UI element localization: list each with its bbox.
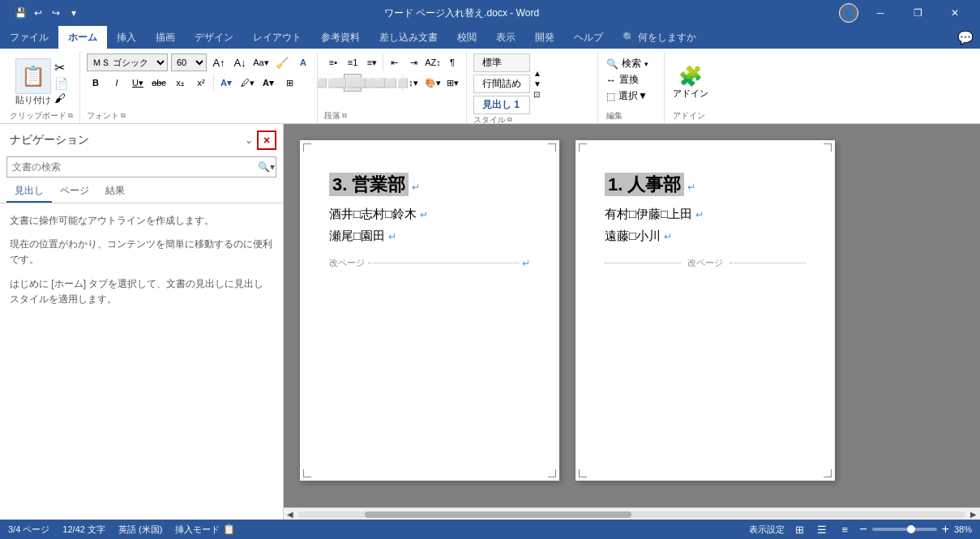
decrease-indent-btn[interactable]: ⇤ [385, 53, 403, 71]
superscript-btn[interactable]: x² [192, 74, 210, 92]
window-title: ワード ページ入れ替え.docx - Word [88, 6, 836, 20]
horizontal-scrollbar[interactable]: ◀ ▶ [284, 507, 980, 520]
tab-design[interactable]: デザイン [185, 26, 243, 49]
zoom-slider[interactable] [872, 528, 937, 531]
tab-help[interactable]: ヘルプ [564, 26, 613, 49]
save-icon[interactable]: 💾 [13, 6, 28, 20]
nav-tab-pages[interactable]: ページ [52, 181, 97, 203]
hscroll-left-btn[interactable]: ◀ [284, 508, 297, 521]
styles-expand-btn[interactable]: ⧉ [507, 116, 512, 123]
cut-icon[interactable]: ✂ [54, 60, 68, 75]
view-web-layout-btn[interactable]: ☰ [814, 522, 830, 537]
redo-icon[interactable]: ↪ [49, 6, 63, 20]
corner-br-1 [548, 469, 556, 477]
nav-body-text-2: 現在の位置がわかり、コンテンツを簡単に移動するのに便利です。 [10, 237, 273, 267]
quick-access-toolbar: 💾 ↩ ↪ ▾ [6, 6, 88, 20]
document-area[interactable]: 3. 営業部 ↵ 酒井□志村□鈴木 ↵ 瀬尾□園田 ↵ 改ページ ↵ [284, 124, 980, 520]
numbered-list-btn[interactable]: ≡1 [344, 53, 362, 71]
navigation-pane: ナビゲーション ⌄ × 🔍▾ 見出し ページ 結果 文書に操作可能なアウトライン… [0, 124, 284, 520]
styles-expand-icon[interactable]: ⊡ [533, 90, 541, 99]
close-button[interactable]: ✕ [936, 0, 974, 26]
char-border-btn[interactable]: ⊞ [280, 74, 298, 92]
replace-btn[interactable]: ↔ 置換 [606, 73, 657, 87]
ribbon-chat-icon[interactable]: 💬 [957, 26, 980, 49]
doc-scroll-area[interactable]: 3. 営業部 ↵ 酒井□志村□鈴木 ↵ 瀬尾□園田 ↵ 改ページ ↵ [284, 124, 980, 507]
minimize-button[interactable]: ─ [862, 0, 899, 26]
tab-insert[interactable]: 挿入 [107, 26, 146, 49]
show-marks-btn[interactable]: ¶ [443, 53, 461, 71]
bullet-list-btn[interactable]: ≡• [324, 53, 342, 71]
justify-btn[interactable]: ⬜⬜⬜ [383, 74, 400, 92]
page2-line1: 有村□伊藤□上田 ↵ [605, 207, 806, 222]
subscript-btn[interactable]: x₂ [171, 74, 189, 92]
font-size-select[interactable]: 60 [171, 53, 207, 71]
view-read-mode-btn[interactable]: ≡ [837, 522, 853, 537]
style-heading2[interactable]: 見出し 1 [473, 96, 530, 114]
zoom-out-btn[interactable]: − [859, 522, 867, 537]
tab-view[interactable]: 表示 [486, 26, 525, 49]
format-painter-icon[interactable]: 🖌 [54, 92, 68, 105]
select-btn[interactable]: ⬚ 選択▼ [606, 89, 657, 103]
nav-search-input[interactable] [7, 161, 256, 173]
multilevel-list-btn[interactable]: ≡▾ [363, 53, 381, 71]
editing-group: 🔍 検索 ▾ ↔ 置換 ⬚ 選択▼ 編集 [600, 52, 665, 123]
page1-heading-return: ↵ [412, 182, 420, 193]
hscroll-right-btn[interactable]: ▶ [967, 508, 980, 521]
view-settings-btn[interactable]: 表示設定 [749, 524, 785, 536]
line-spacing-btn[interactable]: ↕▾ [404, 74, 422, 92]
view-print-layout-btn[interactable]: ⊞ [791, 522, 807, 537]
nav-close-button[interactable]: × [257, 130, 276, 150]
shading-btn[interactable]: 🎨▾ [424, 74, 442, 92]
borders-btn[interactable]: ⊞▾ [443, 74, 461, 92]
increase-indent-btn[interactable]: ⇥ [404, 53, 422, 71]
clipboard-expand-icon[interactable]: ⧉ [68, 112, 73, 120]
clear-format-btn[interactable]: 🧹 [273, 53, 291, 71]
addin-icon[interactable]: 🧩 [678, 65, 703, 88]
para-expand-icon[interactable]: ⧉ [342, 112, 347, 120]
font-group: ＭＳ ゴシック 60 A↑ A↓ Aa▾ 🧹 A B I U▾ abc x₂ x… [82, 52, 318, 123]
style-standard[interactable]: 標準 [473, 53, 530, 72]
hscroll-thumb[interactable] [365, 511, 631, 518]
hscroll-track[interactable] [298, 511, 965, 518]
strikethrough-btn[interactable]: abc [150, 74, 168, 92]
tab-mailings[interactable]: 差し込み文書 [370, 26, 447, 49]
styles-scroll-down[interactable]: ▼ [533, 79, 541, 88]
text-effect-btn[interactable]: A [294, 53, 312, 71]
style-heading1[interactable]: 行間詰め [473, 75, 530, 93]
zoom-in-btn[interactable]: + [942, 522, 949, 537]
nav-tab-results[interactable]: 結果 [97, 181, 133, 203]
tab-search[interactable]: 🔍 何をしますか [613, 26, 706, 49]
text-color-btn[interactable]: A▾ [217, 74, 235, 92]
styles-scroll-up[interactable]: ▲ [533, 69, 541, 78]
font-increase-btn[interactable]: A↑ [210, 53, 228, 71]
undo-icon[interactable]: ↩ [31, 6, 45, 20]
case-btn[interactable]: Aa▾ [252, 53, 270, 71]
tab-draw[interactable]: 描画 [146, 26, 185, 49]
nav-search-icon[interactable]: 🔍▾ [256, 157, 276, 177]
tab-home[interactable]: ホーム [58, 26, 107, 49]
sort-btn[interactable]: AZ↕ [424, 53, 442, 71]
search-btn[interactable]: 🔍 検索 ▾ [606, 57, 657, 71]
font-decrease-btn[interactable]: A↓ [231, 53, 249, 71]
italic-btn[interactable]: I [108, 74, 126, 92]
copy-icon[interactable]: 📄 [54, 77, 68, 90]
nav-tab-headings[interactable]: 見出し [6, 181, 52, 203]
char-shading-btn[interactable]: A▾ [259, 74, 277, 92]
paste-button[interactable]: 📋 貼り付け [15, 58, 51, 106]
restore-button[interactable]: ❐ [899, 0, 936, 26]
underline-btn[interactable]: U▾ [129, 74, 147, 92]
font-name-select[interactable]: ＭＳ ゴシック [87, 53, 168, 71]
page-break-dots-2b [730, 263, 806, 263]
more-icon[interactable]: ▾ [66, 6, 81, 20]
tab-review[interactable]: 校閲 [447, 26, 486, 49]
nav-collapse-btn[interactable]: ⌄ [241, 132, 257, 148]
font-expand-icon[interactable]: ⧉ [121, 112, 126, 120]
bold-btn[interactable]: B [87, 74, 105, 92]
user-avatar[interactable]: 👤 [836, 0, 862, 26]
tab-references[interactable]: 参考資料 [311, 26, 370, 49]
highlight-btn[interactable]: 🖊▾ [238, 74, 256, 92]
paragraph-group: ≡• ≡1 ≡▾ ⇤ ⇥ AZ↕ ¶ ⬜⬜⬜ ⬜⬜⬜ ⬜⬜⬜ ⬜⬜⬜ ↕▾ 🎨▾… [319, 52, 467, 123]
tab-file[interactable]: ファイル [0, 26, 58, 49]
tab-layout[interactable]: レイアウト [243, 26, 311, 49]
tab-developer[interactable]: 開発 [525, 26, 564, 49]
